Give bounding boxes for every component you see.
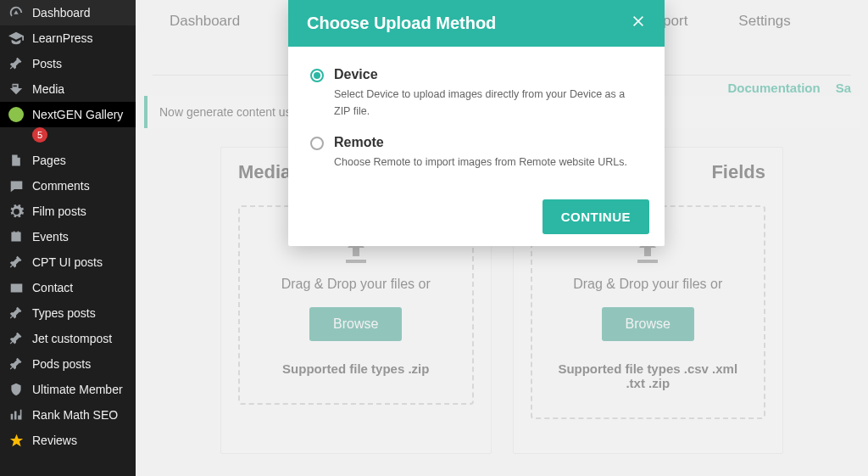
sidebar-item-cptui[interactable]: CPT UI posts — [0, 249, 136, 275]
calendar-icon — [8, 229, 24, 244]
media-icon — [8, 81, 24, 97]
star-icon — [8, 433, 24, 448]
sidebar-item-jet[interactable]: Jet custompost — [0, 326, 136, 351]
sidebar-label: Events — [32, 230, 69, 244]
sidebar-label: Posts — [32, 57, 62, 70]
sidebar-item-film[interactable]: Film posts — [0, 199, 136, 224]
sidebar-label: Ultimate Member — [32, 383, 123, 396]
sidebar-item-pods[interactable]: Pods posts — [0, 351, 136, 377]
sidebar-label: NextGEN Gallery — [32, 108, 123, 121]
sidebar-label: Media — [32, 82, 64, 96]
pin-icon — [8, 356, 24, 372]
mail-icon — [8, 280, 24, 295]
comment-icon — [8, 178, 24, 193]
sidebar-item-learnpress[interactable]: LearnPress — [0, 25, 136, 51]
pin-icon — [8, 331, 24, 346]
sidebar-item-reviews[interactable]: Reviews — [0, 428, 136, 453]
pin-icon — [8, 305, 24, 321]
radio-remote[interactable]: Remote — [310, 135, 643, 150]
sidebar-item-contact[interactable]: Contact — [0, 275, 136, 300]
radio-desc: Choose Remote to import images from Remo… — [310, 154, 643, 171]
dot-icon — [8, 107, 24, 122]
gauge-icon — [8, 5, 24, 20]
sidebar-item-posts[interactable]: Posts — [0, 51, 136, 76]
chart-icon — [8, 407, 24, 423]
sidebar-label: Dashboard — [32, 6, 91, 20]
radio-checked-icon — [310, 69, 324, 82]
pin-icon — [8, 56, 24, 71]
radio-unchecked-icon — [310, 137, 324, 150]
sidebar-item-events[interactable]: Events — [0, 224, 136, 249]
radio-device[interactable]: Device — [310, 67, 643, 82]
sidebar-label: Jet custompost — [32, 332, 112, 345]
sidebar-label: Comments — [32, 179, 90, 193]
update-badge: 5 — [32, 127, 47, 143]
cap-icon — [8, 31, 24, 46]
sidebar-item-rankmath[interactable]: Rank Math SEO — [0, 402, 136, 428]
modal-footer: CONTINUE — [288, 191, 665, 246]
radio-label: Device — [334, 67, 378, 82]
sidebar-item-media[interactable]: Media — [0, 76, 136, 102]
upload-method-modal: Choose Upload Method Device Select Devic… — [288, 0, 665, 246]
sidebar-label: Film posts — [32, 204, 86, 218]
continue-button[interactable]: CONTINUE — [542, 199, 649, 234]
sidebar-label: Contact — [32, 281, 73, 294]
pin-icon — [8, 255, 24, 270]
sidebar-label: CPT UI posts — [32, 255, 103, 269]
sidebar-label: Types posts — [32, 306, 96, 320]
sidebar-label: LearnPress — [32, 31, 93, 45]
sidebar-label: Rank Math SEO — [32, 408, 118, 422]
sidebar-item-um[interactable]: Ultimate Member — [0, 377, 136, 402]
admin-sidebar: Dashboard LearnPress Posts Media NextGEN… — [0, 0, 136, 476]
sidebar-item-dashboard[interactable]: Dashboard — [0, 0, 136, 25]
sidebar-item-comments[interactable]: Comments — [0, 173, 136, 199]
modal-title: Choose Upload Method — [307, 14, 496, 33]
modal-header: Choose Upload Method — [288, 0, 665, 47]
sidebar-label: Reviews — [32, 434, 77, 447]
gear-icon — [8, 204, 24, 219]
sidebar-badge-row: 5 — [0, 127, 136, 148]
sidebar-item-nextgen[interactable]: NextGEN Gallery — [0, 102, 136, 127]
radio-label: Remote — [334, 135, 384, 150]
shield-icon — [8, 382, 24, 397]
sidebar-label: Pods posts — [32, 357, 91, 371]
sidebar-label: Pages — [32, 154, 66, 167]
modal-body: Device Select Device to upload images di… — [288, 47, 665, 191]
sidebar-item-pages[interactable]: Pages — [0, 148, 136, 173]
sidebar-item-types[interactable]: Types posts — [0, 300, 136, 326]
close-icon[interactable] — [631, 14, 646, 33]
radio-desc: Select Device to upload images directly … — [310, 86, 643, 120]
page-icon — [8, 153, 24, 168]
